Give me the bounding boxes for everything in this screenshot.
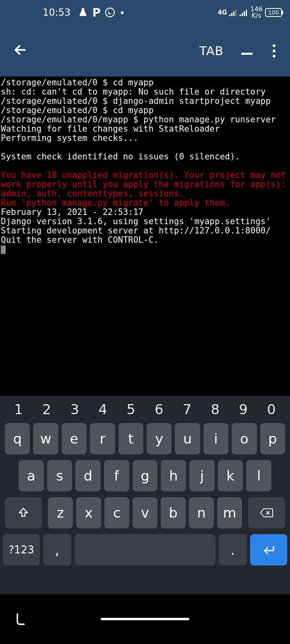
num-key-2[interactable]: 2 [35, 401, 59, 417]
num-key-6[interactable]: 6 [147, 401, 171, 417]
status-time: 10:53 [43, 7, 70, 18]
status-right: 4G 146 K/s 100 [218, 6, 282, 19]
flask-icon [78, 7, 88, 18]
period-key[interactable]: . [219, 534, 247, 566]
keyboard-number-row: 1234567890 [4, 401, 286, 417]
keyboard-row-2: asdfghjkl [4, 460, 286, 491]
key-q[interactable]: q [5, 423, 30, 454]
key-e[interactable]: e [62, 423, 87, 454]
app-header: TAB [0, 25, 290, 76]
status-left: 10:53 P [43, 6, 124, 19]
key-s[interactable]: s [47, 460, 72, 491]
svg-rect-4 [235, 10, 236, 16]
key-a[interactable]: a [19, 460, 44, 491]
num-key-3[interactable]: 3 [63, 401, 87, 417]
symbols-key[interactable]: ?123 [3, 534, 40, 566]
keyboard-row-4: ?123 , . [4, 534, 286, 566]
p-icon: P [92, 6, 101, 19]
key-n[interactable]: n [189, 497, 214, 528]
battery-icon: 100 [265, 8, 282, 17]
key-f[interactable]: f [104, 460, 129, 491]
num-key-1[interactable]: 1 [6, 401, 31, 417]
key-w[interactable]: w [33, 423, 58, 454]
net-speed: 146 K/s [250, 6, 263, 19]
comma-key[interactable]: , [43, 534, 71, 566]
svg-rect-2 [231, 13, 232, 16]
svg-rect-3 [233, 11, 234, 16]
key-x[interactable]: x [76, 497, 101, 528]
shift-key[interactable] [5, 497, 42, 528]
key-c[interactable]: c [104, 497, 129, 528]
navigation-bar [0, 594, 290, 644]
num-key-8[interactable]: 8 [203, 401, 227, 417]
key-b[interactable]: b [161, 497, 186, 528]
key-l[interactable]: l [246, 460, 271, 491]
signal-icon-1 [229, 9, 237, 16]
num-key-9[interactable]: 9 [231, 401, 255, 417]
minimize-button[interactable] [241, 53, 253, 55]
svg-rect-6 [242, 13, 243, 16]
key-j[interactable]: j [189, 460, 215, 491]
num-key-5[interactable]: 5 [119, 401, 143, 417]
more-options-button[interactable] [270, 42, 278, 60]
key-o[interactable]: o [232, 423, 257, 454]
num-key-4[interactable]: 4 [91, 401, 115, 417]
signal-icon-2 [240, 9, 248, 16]
key-m[interactable]: m [217, 497, 242, 528]
key-h[interactable]: h [161, 460, 186, 491]
key-z[interactable]: z [48, 497, 73, 528]
soft-keyboard: 1234567890 qwertyuiop asdfghjkl zxcvbnm … [0, 396, 290, 594]
space-key[interactable] [75, 534, 215, 566]
key-g[interactable]: g [133, 460, 158, 491]
whatsapp-icon [105, 7, 115, 18]
svg-rect-7 [244, 11, 245, 16]
key-u[interactable]: u [175, 423, 200, 454]
keyboard-row-3: zxcvbnm [4, 497, 286, 528]
key-y[interactable]: y [147, 423, 172, 454]
enter-key[interactable] [250, 534, 287, 566]
back-button[interactable] [12, 42, 28, 60]
svg-rect-5 [240, 14, 241, 16]
num-key-0[interactable]: 0 [259, 401, 284, 417]
keyboard-row-1: qwertyuiop [4, 423, 286, 454]
key-t[interactable]: t [118, 423, 143, 454]
svg-rect-8 [246, 10, 247, 16]
terminal-output[interactable]: /storage/emulated/0 $ cd myapp sh: cd: c… [0, 76, 290, 396]
num-key-7[interactable]: 7 [175, 401, 199, 417]
network-type: 4G [218, 9, 227, 16]
key-v[interactable]: v [133, 497, 157, 528]
tab-button[interactable]: TAB [199, 44, 224, 58]
key-d[interactable]: d [75, 460, 101, 491]
svg-point-0 [106, 8, 114, 17]
key-k[interactable]: k [218, 460, 243, 491]
key-p[interactable]: p [260, 423, 285, 454]
recent-apps-button[interactable] [14, 611, 28, 627]
svg-rect-1 [229, 14, 230, 16]
key-i[interactable]: i [203, 423, 228, 454]
backspace-key[interactable] [248, 497, 285, 528]
status-bar: 10:53 P 4G 146 K/s 100 [0, 0, 290, 25]
dot-icon [121, 11, 124, 14]
key-r[interactable]: r [90, 423, 115, 454]
home-indicator[interactable] [101, 618, 189, 620]
